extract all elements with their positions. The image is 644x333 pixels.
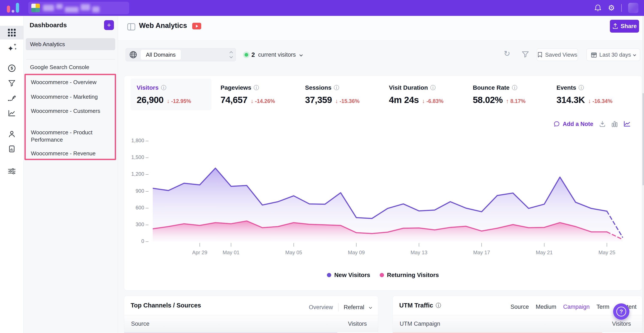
svg-text:May 01: May 01 bbox=[223, 250, 240, 255]
metric-events[interactable]: Eventsⓘ 314.3K ↓ -16.34% bbox=[556, 84, 612, 105]
calendar-icon bbox=[591, 52, 597, 58]
logo-bar-pink bbox=[7, 6, 10, 13]
channels-view-referral-dropdown[interactable]: Referral bbox=[344, 304, 364, 311]
workspace-name-redacted bbox=[43, 4, 100, 12]
sidebar-item-woocommerce-product-performance[interactable]: Woocommerce - Product Performance bbox=[31, 129, 112, 143]
info-icon[interactable]: ⓘ bbox=[254, 84, 259, 91]
rail-trends-icon[interactable] bbox=[0, 106, 24, 120]
filter-funnel-icon[interactable] bbox=[522, 51, 529, 58]
rail-ai-insights-icon[interactable]: ✦ + + bbox=[0, 41, 24, 54]
rail-funnels-icon[interactable] bbox=[0, 76, 24, 90]
domain-chip[interactable]: All Domains bbox=[141, 50, 181, 60]
rail-settings-icon[interactable] bbox=[0, 164, 24, 178]
svg-text:May 13: May 13 bbox=[410, 250, 428, 255]
page-title: Web Analytics bbox=[139, 22, 187, 30]
add-dashboard-button[interactable]: + bbox=[104, 20, 114, 30]
sidebar-item-woocommerce-marketing[interactable]: Woocommerce - Marketing bbox=[31, 93, 112, 100]
top-channels-panel: Top Channels / Sources Overview Referral… bbox=[124, 296, 378, 333]
sidebar-item-woocommerce-customers[interactable]: Woocommerce - Customers bbox=[31, 107, 112, 114]
bar-chart-toggle-icon[interactable] bbox=[612, 120, 618, 128]
collapse-sidebar-icon[interactable] bbox=[127, 23, 136, 31]
sidebar-item-web-analytics[interactable]: Web Analytics bbox=[26, 38, 115, 50]
rail-monetization-icon[interactable]: $ bbox=[0, 61, 24, 75]
col-source[interactable]: Source bbox=[131, 320, 150, 327]
add-note-button[interactable]: Add a Note bbox=[554, 121, 593, 128]
y-axis-label: 300 – bbox=[136, 222, 148, 228]
domain-selector[interactable]: All Domains bbox=[126, 48, 236, 61]
tab-utm-campaign[interactable]: Campaign bbox=[563, 304, 590, 310]
user-avatar[interactable] bbox=[628, 3, 638, 13]
arrow-down-icon: ↓ bbox=[250, 98, 254, 104]
current-visitors[interactable]: 2 current visitors bbox=[244, 48, 302, 61]
report-document-icon bbox=[8, 145, 16, 153]
tab-utm-source[interactable]: Source bbox=[510, 304, 529, 310]
sidebar-item-google-search-console[interactable]: Google Search Console bbox=[30, 64, 89, 70]
info-icon[interactable]: ⓘ bbox=[512, 84, 517, 91]
trend-badge: ↑ 8.17% bbox=[506, 98, 525, 104]
chart-legend: New Visitors Returning Visitors bbox=[124, 272, 642, 278]
legend-new-visitors[interactable]: New Visitors bbox=[327, 272, 370, 278]
help-button[interactable]: ? bbox=[613, 304, 630, 320]
info-icon[interactable]: ⓘ bbox=[578, 84, 584, 91]
date-range-button[interactable]: Last 30 days bbox=[586, 48, 640, 61]
svg-text:May 09: May 09 bbox=[348, 250, 365, 255]
metric-pageviews[interactable]: Pageviewsⓘ 74,657 ↓ -14.26% bbox=[220, 84, 275, 105]
globe-icon bbox=[129, 51, 137, 59]
chart-y-axis: 1,800 –1,500 –1,200 –900 –600 –300 –0 – bbox=[124, 138, 148, 249]
woocommerce-highlight-box: Woocommerce - Overview Woocommerce - Mar… bbox=[24, 74, 116, 160]
metric-sessions[interactable]: Sessionsⓘ 37,359 ↓ -15.36% bbox=[305, 84, 360, 105]
saved-views-button[interactable]: Saved Views bbox=[537, 48, 578, 61]
metric-bounce-rate[interactable]: Bounce Rateⓘ 58.02% ↑ 8.17% bbox=[473, 84, 526, 105]
line-chart-toggle-icon[interactable] bbox=[624, 120, 631, 128]
info-icon[interactable]: ⓘ bbox=[334, 84, 339, 91]
question-mark-icon: ? bbox=[616, 306, 626, 316]
export-download-icon[interactable] bbox=[599, 120, 606, 128]
info-icon[interactable]: ⓘ bbox=[161, 84, 166, 91]
svg-text:May 25: May 25 bbox=[598, 250, 616, 255]
panel-divider bbox=[26, 59, 115, 60]
y-axis-label: 1,500 – bbox=[131, 154, 148, 160]
icon-rail: ✦ + + $ bbox=[0, 16, 24, 333]
avatar-redacted bbox=[628, 3, 638, 13]
share-button[interactable]: Share bbox=[610, 20, 639, 32]
metric-visitors[interactable]: Visitorsⓘ 26,900 ↓ -12.95% bbox=[137, 84, 191, 105]
sidebar-item-woocommerce-overview[interactable]: Woocommerce - Overview bbox=[31, 78, 112, 86]
sidebar-item-woocommerce-revenue[interactable]: Woocommerce - Revenue bbox=[31, 150, 112, 157]
chevron-down-icon[interactable] bbox=[369, 306, 372, 309]
workspace-selector[interactable] bbox=[28, 2, 129, 14]
tab-utm-medium[interactable]: Medium bbox=[536, 304, 556, 310]
arrow-down-icon: ↓ bbox=[588, 98, 591, 104]
rail-dashboards-icon[interactable] bbox=[0, 26, 24, 40]
utm-traffic-title: UTM Traffic bbox=[399, 302, 433, 309]
rail-contacts-icon[interactable] bbox=[0, 127, 24, 141]
col-visitors[interactable]: Visitors bbox=[612, 320, 631, 327]
refresh-icon[interactable]: ↻ bbox=[504, 50, 510, 58]
info-icon[interactable]: ⓘ bbox=[430, 84, 436, 91]
scrollbar-track[interactable] bbox=[642, 16, 644, 333]
legend-returning-visitors[interactable]: Returning Visitors bbox=[380, 272, 439, 278]
top-bar: ⚙ bbox=[0, 0, 644, 16]
y-axis-label: 0 – bbox=[141, 238, 148, 244]
rail-reports-icon[interactable] bbox=[0, 142, 24, 156]
y-axis-label: 1,200 – bbox=[131, 171, 148, 177]
info-icon[interactable]: ⓘ bbox=[436, 302, 441, 309]
visitors-trend-chart[interactable]: Apr 29 May 01 May 05 May 09 May 13 May 1… bbox=[153, 138, 625, 258]
col-visitors[interactable]: Visitors bbox=[348, 320, 367, 327]
settings-gear-icon[interactable]: ⚙ bbox=[608, 4, 615, 12]
topbar-divider bbox=[621, 4, 622, 12]
utm-table-header: UTM Campaign Visitors bbox=[393, 315, 642, 332]
youtube-tutorial-icon[interactable] bbox=[192, 23, 201, 30]
tab-utm-term[interactable]: Term bbox=[596, 304, 609, 310]
notifications-bell-icon[interactable] bbox=[594, 4, 602, 12]
live-green-dot-icon bbox=[244, 53, 248, 57]
col-utm-campaign[interactable]: UTM Campaign bbox=[400, 320, 440, 327]
metric-visit-duration[interactable]: Visit Durationⓘ 4m 24s ↓ -6.83% bbox=[389, 84, 444, 105]
scrollbar-thumb[interactable] bbox=[642, 93, 644, 186]
usermaven-logo-icon[interactable] bbox=[6, 3, 20, 13]
channels-view-overview[interactable]: Overview bbox=[309, 304, 333, 311]
chat-bubble-icon bbox=[554, 121, 560, 127]
grid-icon bbox=[8, 29, 16, 36]
rail-journeys-icon[interactable] bbox=[0, 92, 24, 105]
select-spinner-icon[interactable] bbox=[230, 52, 232, 58]
chevron-down-icon bbox=[299, 53, 303, 56]
